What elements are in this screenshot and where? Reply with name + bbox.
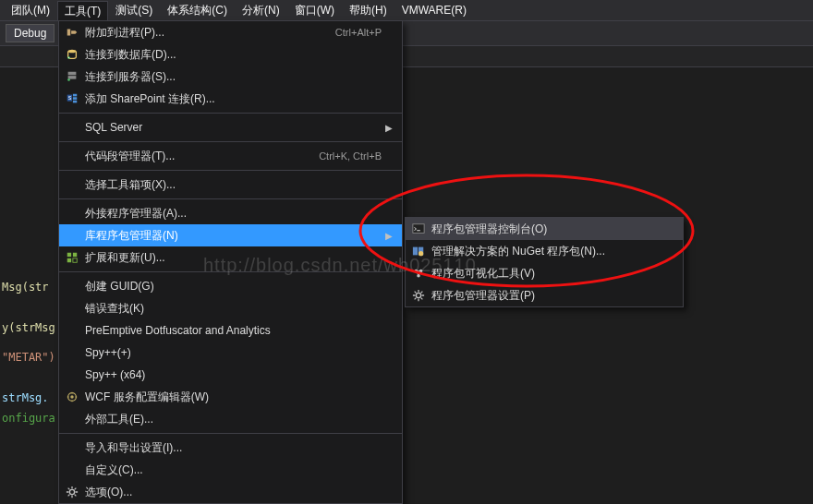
console-icon [406,222,431,235]
menu-separator [59,433,402,434]
menu-team[interactable]: 团队(M) [4,0,57,21]
svg-point-21 [419,251,423,256]
menu-separator [59,141,402,142]
menu-separator [59,170,402,171]
debug-config-dropdown[interactable]: Debug [6,24,55,42]
svg-point-17 [69,489,74,494]
menuitem-shortcut: Ctrl+K, Ctrl+B [300,150,382,162]
menu-vmware[interactable]: VMWARE(R) [394,1,474,19]
wcf-icon [59,390,85,403]
menuitem-13[interactable]: 扩展和更新(U)... [59,246,402,269]
menuitem-label: WCF 服务配置编辑器(W) [85,390,382,405]
svg-text:S: S [68,95,72,101]
menuitem-label: 附加到进程(P)... [85,25,317,41]
nuget-item-2[interactable]: 程序包可视化工具(V) [406,262,683,284]
menuitem-12[interactable]: 库程序包管理器(N)▶ [59,224,402,246]
submenu-arrow-icon: ▶ [382,231,393,241]
attach-icon [59,26,85,39]
menuitem-20[interactable]: WCF 服务配置编辑器(W) [59,386,402,408]
menuitem-label: Spy++(+) [85,346,382,359]
svg-rect-13 [67,258,71,262]
menu-separator [59,113,402,114]
menuitem-9[interactable]: 选择工具箱项(X)... [59,174,402,196]
svg-rect-14 [73,258,77,262]
menuitem-label: 创建 GUID(G) [85,279,382,294]
nuget-item-label: 程序包管理器设置(P) [431,288,673,304]
menuitem-label: 添加 SharePoint 连接(R)... [85,91,382,107]
nuget-item-3[interactable]: 程序包管理器设置(P) [406,284,683,306]
server-icon [59,70,85,83]
menuitem-label: 连接到数据库(D)... [85,47,382,63]
menuitem-23[interactable]: 导入和导出设置(I)... [59,437,402,459]
menuitem-16[interactable]: 错误查找(K) [59,297,402,319]
svg-rect-18 [413,224,424,234]
menuitem-25[interactable]: 选项(O)... [59,481,402,503]
gear-icon [59,486,85,498]
svg-rect-10 [73,101,77,103]
menu-analyze[interactable]: 分析(N) [235,0,287,21]
code-editor-background: Msg(str y(strMsg "METAR") strMsg. onfigu… [0,65,59,504]
svg-point-1 [68,50,77,54]
menuitem-label: 选项(O)... [85,485,382,500]
nuget-item-0[interactable]: 程序包管理器控制台(O) [406,218,683,240]
vis-icon [406,267,431,280]
svg-rect-19 [413,247,418,256]
svg-point-16 [70,395,74,399]
svg-rect-8 [73,94,77,97]
svg-point-25 [416,293,420,297]
menuitem-21[interactable]: 外部工具(E)... [59,408,402,430]
menuitem-label: 外接程序管理器(A)... [85,206,382,222]
menu-help[interactable]: 帮助(H) [342,0,394,21]
menuitem-19[interactable]: Spy++ (x64) [59,364,402,386]
menuitem-17[interactable]: PreEmptive Dotfuscator and Analytics [59,319,402,342]
menuitem-11[interactable]: 外接程序管理器(A)... [59,202,402,224]
nuget-item-label: 管理解决方案的 NuGet 程序包(N)... [431,244,673,259]
nuget-item-label: 程序包管理器控制台(O) [431,222,673,237]
manage-icon [406,245,431,258]
svg-rect-11 [67,253,71,257]
menu-architecture[interactable]: 体系结构(C) [160,0,235,21]
nuget-item-1[interactable]: 管理解决方案的 NuGet 程序包(N)... [406,240,683,262]
menuitem-3[interactable]: S添加 SharePoint 连接(R)... [59,88,402,110]
sharepoint-icon: S [59,92,85,105]
svg-rect-9 [73,97,77,100]
menu-separator [59,271,402,272]
menuitem-0[interactable]: 附加到进程(P)...Ctrl+Alt+P [59,21,402,43]
menu-test[interactable]: 测试(S) [108,0,160,21]
menuitem-7[interactable]: 代码段管理器(T)...Ctrl+K, Ctrl+B [59,145,402,167]
menuitem-15[interactable]: 创建 GUID(G) [59,275,402,297]
gear-icon [406,289,431,302]
menuitem-label: PreEmptive Dotfuscator and Analytics [85,324,382,337]
nuget-submenu: 程序包管理器控制台(O)管理解决方案的 NuGet 程序包(N)...程序包可视… [405,217,684,307]
menuitem-label: 外部工具(E)... [85,412,382,427]
svg-rect-12 [73,253,77,257]
svg-rect-4 [68,76,77,79]
menuitem-label: 自定义(C)... [85,462,382,478]
menuitem-label: 扩展和更新(U)... [85,250,382,266]
menuitem-label: 连接到服务器(S)... [85,69,382,85]
menuitem-24[interactable]: 自定义(C)... [59,459,402,481]
menuitem-5[interactable]: SQL Server▶ [59,116,402,138]
menuitem-shortcut: Ctrl+Alt+P [317,27,382,38]
menuitem-2[interactable]: 连接到服务器(S)... [59,66,402,88]
menu-tools[interactable]: 工具(T) [57,1,108,21]
menuitem-label: 选择工具箱项(X)... [85,177,382,193]
menuitem-label: 库程序包管理器(N) [85,228,382,244]
menuitem-1[interactable]: 连接到数据库(D)... [59,43,402,66]
menuitem-label: 错误查找(K) [85,301,382,317]
menu-window[interactable]: 窗口(W) [287,0,342,21]
submenu-arrow-icon: ▶ [382,123,393,133]
tools-dropdown-menu: 附加到进程(P)...Ctrl+Alt+P连接到数据库(D)...连接到服务器(… [58,20,403,504]
menuitem-label: SQL Server [85,121,382,134]
menuitem-label: 导入和导出设置(I)... [85,440,382,456]
svg-rect-0 [67,30,71,36]
menuitem-label: 代码段管理器(T)... [85,149,300,164]
menu-separator [59,198,402,199]
menuitem-label: Spy++ (x64) [85,368,382,381]
svg-rect-3 [68,72,77,76]
svg-point-5 [67,78,70,81]
db-icon [59,48,85,61]
menuitem-18[interactable]: Spy++(+) [59,342,402,364]
nuget-item-label: 程序包可视化工具(V) [431,266,673,282]
menubar: 团队(M) 工具(T) 测试(S) 体系结构(C) 分析(N) 窗口(W) 帮助… [0,0,813,21]
